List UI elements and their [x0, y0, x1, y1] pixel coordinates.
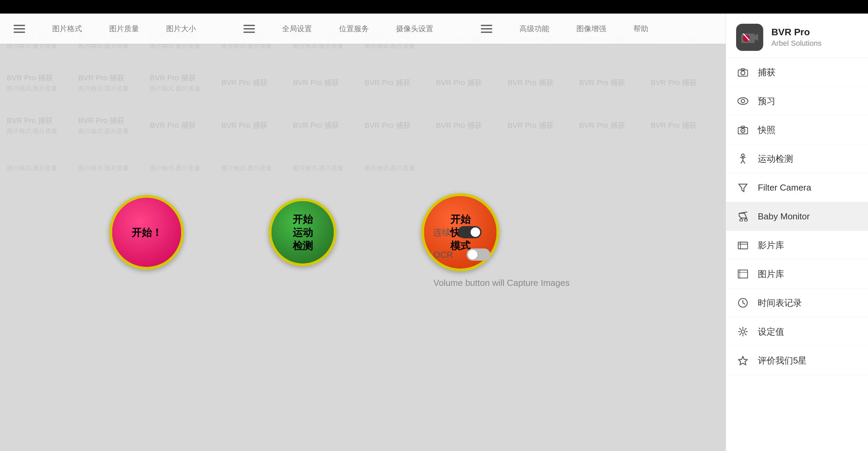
svg-marker-19	[739, 184, 747, 192]
ocr-toggle[interactable]	[467, 249, 490, 261]
status-bar	[0, 0, 868, 14]
menu-icon-2[interactable]	[243, 25, 255, 33]
nav-item-photo-library[interactable]: 图片库	[726, 260, 868, 289]
sidebar: BVR Pro Arbel Solutions 捕获	[726, 14, 868, 451]
app-icon	[736, 24, 763, 51]
camera-icon	[736, 65, 750, 79]
nav-item-rate[interactable]: 评价我们5星	[726, 346, 868, 375]
continuous-toggle-row: 连续	[433, 226, 570, 238]
toolbar-text-7: 高级功能	[519, 24, 549, 34]
filter-icon	[736, 181, 750, 194]
start-button-label: 开始！	[132, 226, 162, 239]
nav-label-motion: 运动检测	[758, 153, 793, 165]
svg-rect-23	[738, 242, 748, 249]
svg-rect-6	[741, 68, 745, 70]
nav-label-baby: Baby Monitor	[758, 211, 810, 222]
menu-icon-1[interactable]	[14, 25, 25, 33]
app-header: BVR Pro Arbel Solutions	[726, 14, 868, 58]
app-name: BVR Pro	[771, 27, 822, 38]
svg-line-17	[741, 160, 743, 163]
svg-marker-1	[755, 34, 758, 41]
start-button[interactable]: 开始！	[110, 195, 184, 270]
nav-item-preview[interactable]: 预习	[726, 87, 868, 116]
snapshot-icon	[736, 123, 750, 137]
nav-label-rate: 评价我们5星	[758, 355, 807, 367]
nav-label-video-library: 影片库	[758, 239, 784, 251]
toolbar-text-1: 图片格式	[52, 24, 82, 34]
nav-item-time-log[interactable]: 时间表记录	[726, 289, 868, 317]
top-toolbar: 图片格式 图片质量 图片大小 全局设置 位置服务 摄像头设置 高级功能 图像增强…	[0, 14, 726, 44]
nav-label-filter: Filter Camera	[758, 182, 811, 193]
toolbar-text-8: 图像增强	[576, 24, 606, 34]
svg-line-31	[743, 303, 745, 304]
video-library-icon	[736, 238, 750, 252]
svg-point-7	[738, 98, 748, 104]
svg-point-5	[741, 71, 745, 75]
continuous-label: 连续	[433, 226, 451, 238]
toolbar-text-9: 帮助	[633, 24, 648, 34]
svg-point-8	[741, 99, 745, 103]
nav-item-settings[interactable]: 设定值	[726, 317, 868, 346]
svg-marker-33	[738, 356, 747, 365]
svg-point-2	[743, 35, 750, 42]
svg-point-21	[745, 219, 747, 221]
content-area: 图片格式 图片质量 图片大小 全局设置 位置服务 摄像头设置 高级功能 图像增强…	[0, 14, 726, 451]
volume-hint: Volume button will Capture Images	[433, 278, 570, 288]
nav-item-filter[interactable]: Filter Camera	[726, 173, 868, 202]
nav-label-settings: 设定值	[758, 326, 784, 338]
continuous-toggle[interactable]	[458, 226, 481, 238]
toolbar-text-5: 位置服务	[339, 24, 369, 34]
nav-label-photo-library: 图片库	[758, 268, 784, 280]
svg-rect-26	[738, 270, 748, 278]
motion-icon	[736, 152, 750, 165]
nav-label-snapshot: 快照	[758, 124, 775, 136]
nav-item-video-library[interactable]: 影片库	[726, 231, 868, 260]
svg-point-12	[742, 130, 744, 131]
time-icon	[736, 296, 750, 310]
ocr-toggle-row: OCR	[433, 249, 570, 261]
svg-rect-11	[741, 126, 745, 128]
photo-library-icon	[736, 267, 750, 281]
star-icon	[736, 354, 750, 367]
nav-item-baby[interactable]: Baby Monitor	[726, 202, 868, 231]
svg-point-13	[742, 154, 744, 157]
eye-icon	[736, 94, 750, 108]
menu-icon-3[interactable]	[481, 25, 492, 33]
nav-item-snapshot[interactable]: 快照	[726, 116, 868, 144]
settings-icon	[736, 325, 750, 338]
motion-detect-button[interactable]: 开始 运动 检测	[269, 198, 337, 266]
toolbar-text-2: 图片质量	[109, 24, 139, 34]
toolbar-text-4: 全局设置	[282, 24, 312, 34]
app-developer: Arbel Solutions	[771, 39, 822, 48]
baby-icon	[736, 210, 750, 223]
nav-item-motion[interactable]: 运动检测	[726, 144, 868, 173]
nav-label-time-log: 时间表记录	[758, 297, 802, 309]
app-info: BVR Pro Arbel Solutions	[771, 27, 822, 48]
toolbar-text-6: 摄像头设置	[396, 24, 433, 34]
main-layout: 图片格式 图片质量 图片大小 全局设置 位置服务 摄像头设置 高级功能 图像增强…	[0, 14, 868, 451]
ocr-label: OCR	[433, 249, 453, 260]
svg-point-32	[741, 330, 745, 333]
toolbar-text-3: 图片大小	[166, 24, 196, 34]
nav-label-preview: 预习	[758, 95, 775, 107]
svg-point-20	[740, 219, 743, 221]
svg-line-18	[743, 160, 745, 163]
burst-controls: 连续 OCR Volume button will Capture Images	[433, 226, 570, 288]
motion-button-label: 开始 运动 检测	[293, 213, 313, 252]
nav-label-capture: 捕获	[758, 66, 775, 78]
nav-item-capture[interactable]: 捕获	[726, 58, 868, 87]
